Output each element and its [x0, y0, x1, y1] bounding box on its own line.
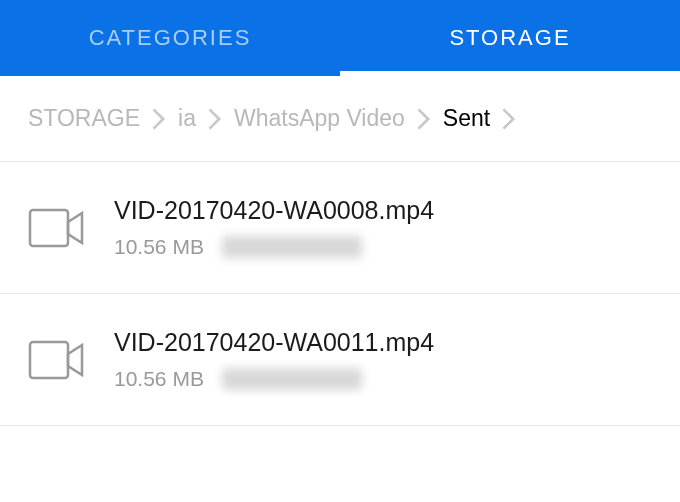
- tab-bar: CATEGORIES STORAGE: [0, 0, 680, 76]
- file-name: VID-20170420-WA0011.mp4: [114, 328, 652, 357]
- file-meta: 10.56 MB: [114, 367, 652, 391]
- svg-rect-0: [30, 210, 68, 246]
- chevron-right-icon: [502, 108, 516, 130]
- tab-label: CATEGORIES: [89, 25, 252, 51]
- file-date-blurred: [222, 368, 362, 390]
- video-icon: [28, 208, 86, 248]
- tab-label: STORAGE: [449, 25, 570, 51]
- breadcrumb-item-sent[interactable]: Sent: [443, 105, 490, 132]
- chevron-right-icon: [208, 108, 222, 130]
- breadcrumb-item-whatsapp-video[interactable]: WhatsApp Video: [234, 105, 405, 132]
- tab-storage[interactable]: STORAGE: [340, 0, 680, 76]
- breadcrumb-item-storage[interactable]: STORAGE: [28, 105, 140, 132]
- chevron-right-icon: [152, 108, 166, 130]
- file-meta: 10.56 MB: [114, 235, 652, 259]
- chevron-right-icon: [417, 108, 431, 130]
- breadcrumb: STORAGE ia WhatsApp Video Sent: [0, 76, 680, 162]
- file-item[interactable]: VID-20170420-WA0008.mp4 10.56 MB: [0, 162, 680, 294]
- file-date-blurred: [222, 236, 362, 258]
- file-size: 10.56 MB: [114, 367, 204, 391]
- file-item[interactable]: VID-20170420-WA0011.mp4 10.56 MB: [0, 294, 680, 426]
- file-name: VID-20170420-WA0008.mp4: [114, 196, 652, 225]
- breadcrumb-item-ia[interactable]: ia: [178, 105, 196, 132]
- file-info: VID-20170420-WA0011.mp4 10.56 MB: [114, 328, 652, 391]
- file-info: VID-20170420-WA0008.mp4 10.56 MB: [114, 196, 652, 259]
- video-icon: [28, 340, 86, 380]
- file-list: VID-20170420-WA0008.mp4 10.56 MB VID-201…: [0, 162, 680, 426]
- file-size: 10.56 MB: [114, 235, 204, 259]
- tab-categories[interactable]: CATEGORIES: [0, 0, 340, 76]
- svg-rect-1: [30, 342, 68, 378]
